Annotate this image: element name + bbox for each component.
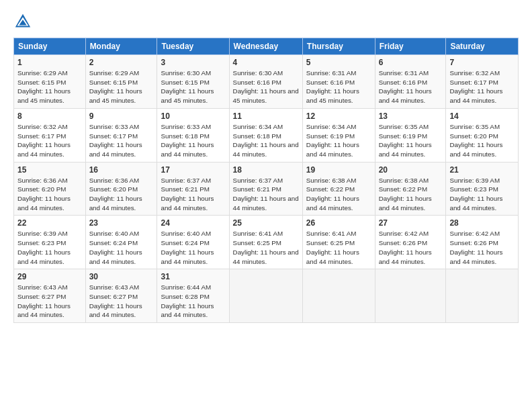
calendar-cell: 26 Sunrise: 6:41 AMSunset: 6:25 PMDaylig… [302,216,375,269]
day-number: 6 [379,58,443,67]
day-info: Sunrise: 6:38 AMSunset: 6:22 PMDaylight:… [306,177,359,212]
day-number: 28 [449,218,515,228]
header [13,12,519,31]
day-info: Sunrise: 6:41 AMSunset: 6:25 PMDaylight:… [233,230,299,265]
day-info: Sunrise: 6:42 AMSunset: 6:26 PMDaylight:… [379,230,432,265]
calendar-cell: 19 Sunrise: 6:38 AMSunset: 6:22 PMDaylig… [302,162,375,216]
day-info: Sunrise: 6:37 AMSunset: 6:21 PMDaylight:… [161,177,214,212]
day-number: 29 [17,272,82,281]
day-header-sunday: Sunday [14,38,86,55]
logo-icon [13,12,32,31]
day-number: 2 [89,58,154,67]
calendar-week-4: 22 Sunrise: 6:39 AMSunset: 6:23 PMDaylig… [14,216,519,269]
calendar-week-3: 15 Sunrise: 6:36 AMSunset: 6:20 PMDaylig… [14,162,519,216]
day-info: Sunrise: 6:39 AMSunset: 6:23 PMDaylight:… [449,177,502,212]
calendar-cell: 30 Sunrise: 6:43 AMSunset: 6:27 PMDaylig… [85,269,157,323]
day-header-friday: Friday [375,38,446,55]
day-number: 12 [306,111,371,121]
day-info: Sunrise: 6:35 AMSunset: 6:20 PMDaylight:… [449,123,502,158]
calendar-cell: 17 Sunrise: 6:37 AMSunset: 6:21 PMDaylig… [157,162,229,216]
day-info: Sunrise: 6:30 AMSunset: 6:15 PMDaylight:… [161,69,214,104]
calendar-cell: 15 Sunrise: 6:36 AMSunset: 6:20 PMDaylig… [14,162,86,216]
day-info: Sunrise: 6:38 AMSunset: 6:22 PMDaylight:… [379,177,432,212]
day-header-thursday: Thursday [302,38,375,55]
day-number: 16 [89,165,154,175]
calendar-cell: 28 Sunrise: 6:42 AMSunset: 6:26 PMDaylig… [446,216,519,269]
day-info: Sunrise: 6:36 AMSunset: 6:20 PMDaylight:… [17,177,71,212]
day-number: 18 [233,165,299,175]
calendar-cell: 14 Sunrise: 6:35 AMSunset: 6:20 PMDaylig… [446,108,519,162]
day-number: 31 [161,272,225,281]
day-info: Sunrise: 6:39 AMSunset: 6:23 PMDaylight:… [17,230,71,265]
calendar-cell [375,269,446,323]
day-info: Sunrise: 6:41 AMSunset: 6:25 PMDaylight:… [306,230,359,265]
day-info: Sunrise: 6:31 AMSunset: 6:16 PMDaylight:… [379,69,432,104]
calendar-cell: 22 Sunrise: 6:39 AMSunset: 6:23 PMDaylig… [14,216,86,269]
calendar-table: SundayMondayTuesdayWednesdayThursdayFrid… [13,38,519,323]
calendar-cell: 29 Sunrise: 6:43 AMSunset: 6:27 PMDaylig… [14,269,86,323]
day-header-saturday: Saturday [446,38,519,55]
calendar-cell: 9 Sunrise: 6:33 AMSunset: 6:17 PMDayligh… [85,108,157,162]
day-info: Sunrise: 6:43 AMSunset: 6:27 PMDaylight:… [17,283,71,318]
day-info: Sunrise: 6:30 AMSunset: 6:16 PMDaylight:… [233,69,299,104]
day-number: 9 [89,111,154,121]
day-header-monday: Monday [85,38,157,55]
day-info: Sunrise: 6:43 AMSunset: 6:27 PMDaylight:… [89,283,142,318]
calendar-cell: 4 Sunrise: 6:30 AMSunset: 6:16 PMDayligh… [229,55,302,109]
day-header-wednesday: Wednesday [229,38,302,55]
day-info: Sunrise: 6:37 AMSunset: 6:21 PMDaylight:… [233,177,299,212]
calendar-cell: 12 Sunrise: 6:34 AMSunset: 6:19 PMDaylig… [302,108,375,162]
calendar-cell [229,269,302,323]
day-number: 23 [89,218,154,228]
day-info: Sunrise: 6:29 AMSunset: 6:15 PMDaylight:… [89,69,142,104]
calendar-cell: 5 Sunrise: 6:31 AMSunset: 6:16 PMDayligh… [302,55,375,109]
day-info: Sunrise: 6:34 AMSunset: 6:19 PMDaylight:… [306,123,359,158]
calendar-week-5: 29 Sunrise: 6:43 AMSunset: 6:27 PMDaylig… [14,269,519,323]
day-number: 21 [449,165,515,175]
page: SundayMondayTuesdayWednesdayThursdayFrid… [0,0,532,411]
calendar-cell: 8 Sunrise: 6:32 AMSunset: 6:17 PMDayligh… [14,108,86,162]
calendar-cell: 25 Sunrise: 6:41 AMSunset: 6:25 PMDaylig… [229,216,302,269]
day-info: Sunrise: 6:40 AMSunset: 6:24 PMDaylight:… [89,230,142,265]
day-info: Sunrise: 6:36 AMSunset: 6:20 PMDaylight:… [89,177,142,212]
calendar-cell: 20 Sunrise: 6:38 AMSunset: 6:22 PMDaylig… [375,162,446,216]
calendar-cell: 7 Sunrise: 6:32 AMSunset: 6:17 PMDayligh… [446,55,519,109]
day-number: 25 [233,218,299,228]
calendar-cell: 21 Sunrise: 6:39 AMSunset: 6:23 PMDaylig… [446,162,519,216]
day-number: 4 [233,58,299,67]
calendar-cell: 2 Sunrise: 6:29 AMSunset: 6:15 PMDayligh… [85,55,157,109]
day-header-tuesday: Tuesday [157,38,229,55]
day-info: Sunrise: 6:44 AMSunset: 6:28 PMDaylight:… [161,283,214,318]
calendar-cell: 24 Sunrise: 6:40 AMSunset: 6:24 PMDaylig… [157,216,229,269]
calendar-cell: 16 Sunrise: 6:36 AMSunset: 6:20 PMDaylig… [85,162,157,216]
day-info: Sunrise: 6:42 AMSunset: 6:26 PMDaylight:… [449,230,502,265]
day-info: Sunrise: 6:35 AMSunset: 6:19 PMDaylight:… [379,123,432,158]
day-info: Sunrise: 6:31 AMSunset: 6:16 PMDaylight:… [306,69,359,104]
calendar-cell: 10 Sunrise: 6:33 AMSunset: 6:18 PMDaylig… [157,108,229,162]
day-number: 26 [306,218,371,228]
day-number: 10 [161,111,225,121]
day-number: 1 [17,58,82,67]
day-info: Sunrise: 6:40 AMSunset: 6:24 PMDaylight:… [161,230,214,265]
calendar-cell: 1 Sunrise: 6:29 AMSunset: 6:15 PMDayligh… [14,55,86,109]
calendar-week-1: 1 Sunrise: 6:29 AMSunset: 6:15 PMDayligh… [14,55,519,109]
calendar-cell [302,269,375,323]
day-info: Sunrise: 6:34 AMSunset: 6:18 PMDaylight:… [233,123,299,158]
day-number: 7 [449,58,515,67]
day-info: Sunrise: 6:32 AMSunset: 6:17 PMDaylight:… [17,123,71,158]
day-number: 5 [306,58,371,67]
day-number: 24 [161,218,225,228]
day-number: 22 [17,218,82,228]
day-number: 19 [306,165,371,175]
day-number: 20 [379,165,443,175]
day-info: Sunrise: 6:33 AMSunset: 6:17 PMDaylight:… [89,123,142,158]
calendar-cell: 31 Sunrise: 6:44 AMSunset: 6:28 PMDaylig… [157,269,229,323]
calendar-cell: 18 Sunrise: 6:37 AMSunset: 6:21 PMDaylig… [229,162,302,216]
day-number: 13 [379,111,443,121]
day-number: 8 [17,111,82,121]
calendar-week-2: 8 Sunrise: 6:32 AMSunset: 6:17 PMDayligh… [14,108,519,162]
day-number: 17 [161,165,225,175]
calendar-cell: 27 Sunrise: 6:42 AMSunset: 6:26 PMDaylig… [375,216,446,269]
day-info: Sunrise: 6:29 AMSunset: 6:15 PMDaylight:… [17,69,71,104]
calendar-header-row: SundayMondayTuesdayWednesdayThursdayFrid… [14,38,519,55]
